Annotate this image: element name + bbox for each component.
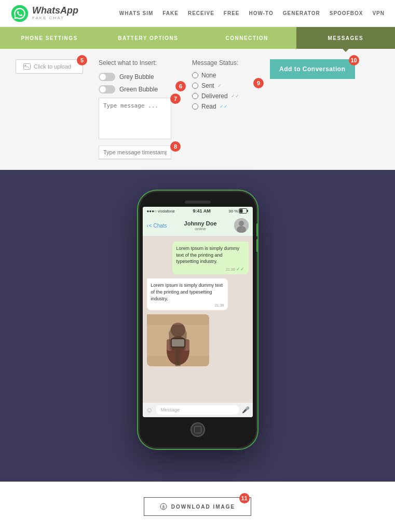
chat-header: ‹ < Chats Johnny Doe online <box>143 215 253 236</box>
logo-main-text: WhatsApp <box>32 6 78 16</box>
phone-device: ●●●○ vodafone 9:41 AM 30 % ‹ < Chats <box>138 191 257 449</box>
message-textarea-container: 7 <box>99 98 176 141</box>
msg2-text: Lorem Ipsum is simply dummy text of the … <box>151 283 223 301</box>
tab-connection[interactable]: CONNECTION <box>198 27 296 49</box>
tab-battery-options[interactable]: BATTERY OPTIONS <box>99 27 197 49</box>
back-button[interactable]: ‹ < Chats <box>147 223 167 229</box>
nav-receive[interactable]: RECEIVE <box>188 10 214 16</box>
timestamp-input[interactable] <box>99 145 171 159</box>
logo-sub-text: FAKE CHAT <box>32 16 78 21</box>
download-label: DOWNLOAD IMAGE <box>171 504 236 510</box>
phone-time: 9:41 AM <box>193 208 211 214</box>
message-white: Lorem Ipsum is simply dummy text of the … <box>147 278 228 310</box>
svg-rect-10 <box>147 325 209 356</box>
sent-badge: 9 <box>253 78 264 88</box>
svg-rect-14 <box>184 339 189 351</box>
svg-rect-4 <box>247 210 248 212</box>
status-sent-row[interactable]: Sent ✓ 9 <box>192 82 254 89</box>
battery-percent: 30 % <box>228 209 238 214</box>
read-checkmark: ✓✓ <box>220 104 228 109</box>
status-read-label: Read <box>201 103 216 110</box>
upload-badge: 5 <box>77 55 87 65</box>
emoji-icon[interactable]: ☺ <box>146 406 153 414</box>
nav-generator[interactable]: GENERATOR <box>283 10 320 16</box>
svg-point-0 <box>11 5 28 21</box>
photo-svg <box>147 314 209 366</box>
nav-fake[interactable]: FAKE <box>162 10 179 16</box>
phone-home-area <box>143 422 253 437</box>
green-bubble-toggle[interactable] <box>99 85 115 94</box>
timestamp-badge: 8 <box>170 141 181 152</box>
upload-button[interactable]: Click to upload <box>16 59 83 74</box>
back-label: < Chats <box>149 223 167 229</box>
msg1-text: Lorem Ipsum is simply dummy text of the … <box>176 246 240 264</box>
chat-body: Lorem Ipsum is simply dummy text of the … <box>143 236 253 403</box>
status-delivered-row[interactable]: Delivered ✓✓ <box>192 92 254 100</box>
status-label: Message Status: <box>192 59 254 66</box>
contact-info: Johnny Doe online <box>169 220 232 231</box>
svg-point-7 <box>239 221 244 226</box>
tab-phone-settings[interactable]: PHONE SETTINGS <box>0 27 99 49</box>
svg-point-12 <box>167 336 189 365</box>
svg-rect-16 <box>172 339 184 347</box>
image-icon <box>23 63 31 70</box>
grey-bubble-row: Grey Bubble <box>99 73 176 81</box>
logo: WhatsApp FAKE CHAT <box>10 4 78 23</box>
toggle-badge: 6 <box>175 81 186 91</box>
phone-section: ●●●○ vodafone 9:41 AM 30 % ‹ < Chats <box>0 170 395 482</box>
mic-icon[interactable]: 🎤 <box>242 406 250 414</box>
download-icon <box>160 503 167 510</box>
status-sent-label: Sent <box>201 82 214 89</box>
msg1-checkmark: ✓✓ <box>236 267 244 272</box>
contact-name: Johnny Doe <box>169 220 232 227</box>
nav-spoofbox[interactable]: SPOOFBOX <box>330 10 363 16</box>
svg-rect-13 <box>167 339 172 351</box>
sent-checkmark: ✓ <box>217 83 222 88</box>
home-button[interactable] <box>190 422 205 437</box>
status-none-radio[interactable] <box>192 72 198 78</box>
carrier-text: ●●●○ vodafone <box>147 209 175 214</box>
status-delivered-radio[interactable] <box>192 93 198 99</box>
main-nav: WHATS SIM FAKE RECEIVE FREE HOW-TO GENER… <box>119 10 385 16</box>
battery-icon <box>239 208 248 214</box>
control-panel: Click to upload 5 Select what to Insert:… <box>0 49 395 170</box>
nav-free[interactable]: FREE <box>224 10 240 16</box>
download-image-button[interactable]: DOWNLOAD IMAGE <box>144 497 252 516</box>
status-sent-radio[interactable] <box>192 83 198 89</box>
tab-messages[interactable]: MESSAGES <box>296 27 395 49</box>
nav-how-to[interactable]: HOW-TO <box>249 10 274 16</box>
message-textarea[interactable] <box>99 98 171 139</box>
add-to-conversation-button[interactable]: Add to Conversation <box>270 59 355 79</box>
phone-screen: ●●●○ vodafone 9:41 AM 30 % ‹ < Chats <box>143 207 253 417</box>
svg-rect-15 <box>171 338 185 348</box>
message-image <box>147 314 209 366</box>
tab-bar: PHONE SETTINGS BATTERY OPTIONS CONNECTIO… <box>0 27 395 49</box>
grey-bubble-toggle[interactable] <box>99 73 115 81</box>
msg2-timestamp: 21:38 <box>215 303 224 307</box>
battery-text: 30 % <box>228 208 248 214</box>
whatsapp-logo-icon <box>10 4 29 23</box>
nav-vpn[interactable]: VPN <box>372 10 385 16</box>
phone-top-bar <box>143 201 253 204</box>
image-placeholder <box>147 314 209 366</box>
status-read-row[interactable]: Read ✓✓ <box>192 103 254 110</box>
message-input[interactable]: Message <box>156 405 239 415</box>
green-bubble-row: Green Bubble 6 <box>99 85 176 94</box>
nav-whats-sim[interactable]: WHATS SIM <box>119 10 153 16</box>
upload-section: Click to upload 5 <box>16 59 83 74</box>
chat-input-bar: ☺ Message 🎤 <box>143 403 253 417</box>
volume-down-button <box>256 239 258 252</box>
upload-label: Click to upload <box>34 63 71 70</box>
message-badge: 7 <box>170 94 181 104</box>
logo-text: WhatsApp FAKE CHAT <box>32 6 78 21</box>
add-btn-badge: 10 <box>349 55 359 65</box>
download-badge: 11 <box>239 493 250 503</box>
status-none-row[interactable]: None <box>192 72 254 79</box>
phone-speaker <box>185 201 211 204</box>
status-delivered-label: Delivered <box>201 92 228 100</box>
avatar <box>234 218 249 233</box>
insert-label: Select what to Insert: <box>99 59 176 66</box>
svg-point-11 <box>171 323 185 337</box>
status-read-radio[interactable] <box>192 103 198 110</box>
header: WhatsApp FAKE CHAT WHATS SIM FAKE RECEIV… <box>0 0 395 27</box>
